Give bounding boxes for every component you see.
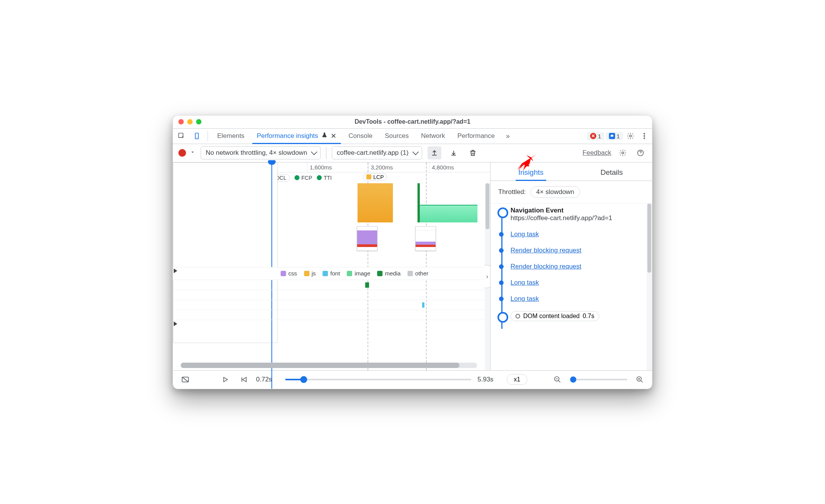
zoom-window[interactable] [196,119,201,124]
legend-js: js [304,270,316,277]
close-window[interactable] [178,119,184,124]
network-row[interactable] [173,300,485,310]
play-icon[interactable] [219,373,231,386]
flask-icon [321,132,328,140]
timeline-panel: 0ms 1,600ms 3,200ms 4,800ms ▶ DCL FCP TT… [173,162,491,370]
inspect-icon[interactable] [175,128,188,144]
help-icon[interactable] [634,147,647,159]
record-menu-caret[interactable] [190,149,195,156]
insight-link[interactable]: Render blocking request [511,263,645,270]
legend-font: font [323,270,340,277]
playback-speed[interactable]: x1 [507,374,527,385]
window-title: DevTools - coffee-cart.netlify.app/?ad=1 [354,118,470,125]
upload-recording-icon[interactable] [427,146,441,159]
tab-console[interactable]: Console [343,128,378,144]
horizontal-scrollbar[interactable] [181,363,477,368]
section-toggle[interactable] [174,269,177,273]
current-time: 0.72s [256,376,279,383]
rewind-start-icon[interactable] [238,373,250,386]
throttle-summary: Throttled: 4× slowdown [491,181,652,204]
devtools-tabs: Elements Performance insights ✕ Console … [173,129,652,144]
network-row[interactable] [173,290,485,300]
legend-media: media [377,270,401,277]
insights-panel: Insights Details Throttled: 4× slowdown … [491,162,652,370]
media-sliver [417,183,420,222]
svg-point-6 [644,138,645,139]
insight-navigation-event[interactable]: Navigation Event https://coffee-cart.net… [511,207,645,222]
record-button[interactable] [178,149,186,157]
settings-icon[interactable] [624,130,637,142]
close-tab-icon[interactable]: ✕ [331,133,336,139]
minimize-window[interactable] [187,119,193,124]
download-recording-icon[interactable] [447,146,461,159]
errors-badge[interactable]: ✕1 [587,132,604,140]
metric-fcp[interactable]: FCP [294,175,312,181]
more-tabs-icon[interactable]: » [502,130,514,142]
issues-badge[interactable]: 1 [606,132,623,140]
playback-bar: 0.72s 5.93s x1 [173,370,652,389]
insights-toolbar: No network throttling, 4× slowdown coffe… [173,144,652,162]
zoom-out-icon[interactable] [551,373,564,386]
delete-recording-icon[interactable] [466,146,480,159]
svg-point-5 [644,135,645,136]
tab-details[interactable]: Details [571,168,652,181]
tab-performance-insights[interactable]: Performance insights ✕ [251,128,342,144]
window-traffic-lights [178,119,201,124]
flame-chart[interactable]: › LCP css [173,183,490,370]
time-tick: 1,600ms [307,162,368,172]
throttle-pill: 4× slowdown [531,186,580,198]
main-task-block[interactable] [358,183,393,222]
zoom-slider[interactable] [570,379,627,380]
section-toggle[interactable] [174,322,177,326]
window-titlebar: DevTools - coffee-cart.netlify.app/?ad=1 [173,116,652,129]
insight-link[interactable]: Long task [511,279,645,287]
time-tick: 3,200ms [368,162,429,172]
seek-slider[interactable] [285,379,471,380]
throttle-select[interactable]: No network throttling, 4× slowdown [201,146,321,159]
time-tick: 4,800ms [429,162,490,172]
device-toggle-icon[interactable] [190,128,204,144]
metric-lcp[interactable]: LCP [363,173,387,181]
insight-link[interactable]: Render blocking request [511,247,645,254]
insight-dcl-chip[interactable]: DOM content loaded 0.7s [511,311,645,321]
metric-tti[interactable]: TTI [317,175,332,181]
insights-tabs: Insights Details [491,162,652,181]
network-row[interactable] [173,310,485,320]
panel-settings-icon[interactable] [617,147,629,159]
tab-sources[interactable]: Sources [379,128,414,144]
devtools-window: DevTools - coffee-cart.netlify.app/?ad=1… [173,115,652,389]
image-task-block[interactable] [420,205,477,222]
kebab-menu-icon[interactable] [638,130,650,142]
legend-css: css [281,270,297,277]
recording-select[interactable]: coffee-cart.netlify.app (1) [332,146,422,159]
svg-line-11 [559,381,561,383]
insights-timeline: Navigation Event https://coffee-cart.net… [491,204,652,370]
toggle-screenshot-icon[interactable] [179,373,191,386]
svg-line-14 [641,381,643,383]
network-row[interactable] [173,280,485,290]
filmstrip-frame[interactable] [357,226,378,251]
tab-network[interactable]: Network [416,128,450,144]
legend-image: image [347,270,370,277]
tab-performance[interactable]: Performance [452,128,500,144]
expand-right-panel-handle[interactable]: › [484,265,491,288]
insight-link[interactable]: Long task [511,295,645,303]
tab-elements[interactable]: Elements [212,128,250,144]
category-legend: css js font image media other [173,267,485,280]
total-time: 5.93s [477,376,501,383]
svg-point-7 [622,152,624,154]
svg-point-4 [644,133,645,134]
insights-scrollbar[interactable] [647,204,652,370]
zoom-in-icon[interactable] [634,373,646,386]
insight-link[interactable]: Long task [511,230,645,238]
svg-point-3 [630,135,632,137]
tab-insights[interactable]: Insights [491,168,571,181]
legend-other: other [408,270,428,277]
filmstrip-frame[interactable] [415,226,436,251]
feedback-link[interactable]: Feedback [582,149,611,157]
